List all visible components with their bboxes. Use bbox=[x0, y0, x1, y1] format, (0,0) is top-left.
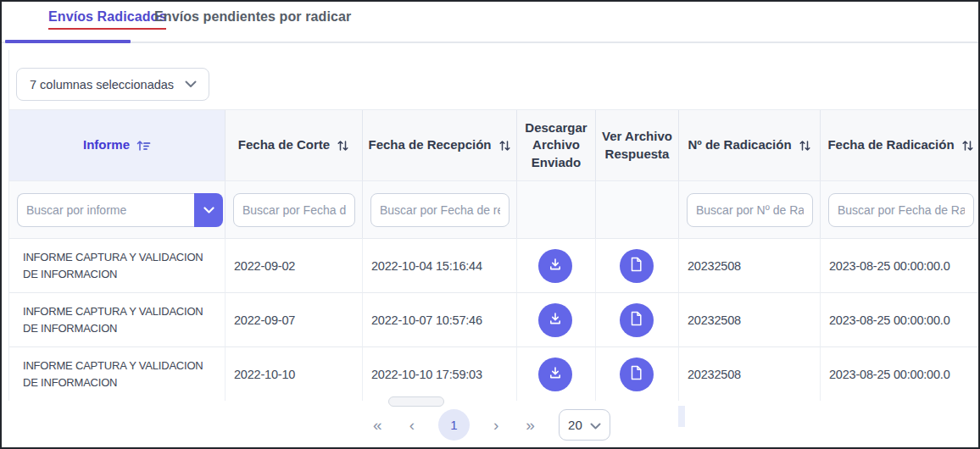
envios-table: Informe Fecha de Corte Fecha de Recepció… bbox=[8, 109, 980, 401]
filter-cell-num-radicacion bbox=[679, 180, 821, 238]
columns-selector-label: 7 columnas seleccionadas bbox=[30, 78, 174, 91]
table-filter-row bbox=[9, 180, 980, 238]
table-row: INFORME CAPTURA Y VALIDACION DE INFORMAC… bbox=[9, 346, 980, 401]
column-header-ver-archivo: Ver Archivo Respuesta bbox=[596, 110, 679, 180]
cell-num-radicacion: 20232508 bbox=[679, 346, 821, 401]
horizontal-scrollbar-thumb[interactable] bbox=[388, 396, 444, 407]
chevron-down-icon bbox=[203, 203, 214, 216]
sort-icon bbox=[337, 140, 349, 152]
cell-fecha-radicacion: 2023-08-25 00:00:00.0 bbox=[821, 238, 980, 292]
sort-icon bbox=[961, 140, 974, 152]
chevron-down-icon bbox=[185, 80, 197, 88]
previous-page-button[interactable]: ‹ bbox=[406, 415, 418, 435]
cell-ver bbox=[596, 238, 679, 292]
tab-envios-radicados[interactable]: Envíos Radicados bbox=[48, 9, 166, 30]
cell-fecha-corte: 2022-10-10 bbox=[226, 346, 363, 401]
filter-cell-ver bbox=[596, 180, 679, 238]
cell-descargar bbox=[517, 292, 596, 346]
file-icon bbox=[630, 365, 643, 383]
view-response-file-button[interactable] bbox=[620, 249, 654, 283]
filter-cell-descargar bbox=[517, 180, 596, 238]
columns-selector-dropdown[interactable]: 7 columnas seleccionadas bbox=[16, 68, 209, 101]
num-radicacion-filter-input[interactable] bbox=[687, 193, 813, 227]
cell-fecha-recepcion: 2022-10-10 17:59:03 bbox=[363, 346, 517, 401]
table-row: INFORME CAPTURA Y VALIDACION DE INFORMAC… bbox=[9, 238, 980, 292]
column-header-descargar-archivo: Descargar Archivo Enviado bbox=[517, 110, 596, 180]
file-icon bbox=[630, 311, 643, 329]
download-icon bbox=[548, 311, 563, 329]
cell-num-radicacion: 20232508 bbox=[679, 238, 821, 292]
download-sent-file-button[interactable] bbox=[538, 303, 572, 337]
informe-filter-select-button[interactable] bbox=[194, 193, 223, 227]
chevron-down-icon bbox=[590, 418, 601, 432]
fecha-recepcion-filter-input[interactable] bbox=[370, 193, 509, 227]
pagination-bar: « ‹ 1 › » 20 bbox=[2, 409, 978, 441]
fecha-radicacion-filter-input[interactable] bbox=[828, 193, 974, 227]
download-sent-file-button[interactable] bbox=[538, 358, 572, 391]
filter-cell-fecha-corte bbox=[226, 180, 363, 238]
next-page-button[interactable]: › bbox=[490, 415, 502, 435]
view-response-file-button[interactable] bbox=[620, 358, 654, 391]
informe-filter-input[interactable] bbox=[17, 193, 194, 227]
fecha-corte-filter-input[interactable] bbox=[233, 193, 355, 227]
file-icon bbox=[630, 257, 643, 274]
tab-envios-pendientes[interactable]: Envíos pendientes por radicar bbox=[154, 9, 351, 25]
page-size-select[interactable]: 20 bbox=[559, 409, 610, 441]
download-icon bbox=[548, 257, 563, 274]
filter-cell-informe bbox=[9, 180, 226, 238]
sort-icon bbox=[498, 140, 511, 152]
column-header-num-radicacion[interactable]: Nº de Radicación bbox=[679, 110, 821, 180]
last-page-button[interactable]: » bbox=[522, 415, 538, 435]
cell-descargar bbox=[517, 238, 596, 292]
column-header-informe[interactable]: Informe bbox=[9, 110, 226, 180]
cell-fecha-radicacion: 2023-08-25 00:00:00.0 bbox=[821, 346, 980, 401]
sort-asc-icon bbox=[136, 139, 151, 152]
tabbar-divider bbox=[2, 42, 978, 43]
filter-cell-fecha-recepcion bbox=[363, 180, 517, 238]
first-page-button[interactable]: « bbox=[370, 415, 386, 435]
column-header-fecha-recepcion[interactable]: Fecha de Recepción bbox=[363, 110, 517, 180]
table-header-row: Informe Fecha de Corte Fecha de Recepció… bbox=[9, 110, 980, 180]
tab-envios-pendientes-label: Envíos pendientes por radicar bbox=[154, 9, 351, 24]
app-window: Envíos Radicados Envíos pendientes por r… bbox=[0, 0, 980, 449]
cell-fecha-recepcion: 2022-10-04 15:16:44 bbox=[363, 238, 517, 292]
filter-cell-fecha-radicacion bbox=[821, 180, 980, 238]
column-header-fecha-radicacion[interactable]: Fecha de Radicación bbox=[821, 110, 980, 180]
cell-fecha-recepcion: 2022-10-07 10:57:46 bbox=[363, 292, 517, 346]
view-response-file-button[interactable] bbox=[620, 303, 654, 337]
download-sent-file-button[interactable] bbox=[538, 249, 572, 283]
table-row: INFORME CAPTURA Y VALIDACION DE INFORMAC… bbox=[9, 292, 980, 346]
cell-fecha-corte: 2022-09-07 bbox=[226, 292, 363, 346]
cell-fecha-corte: 2022-09-02 bbox=[226, 238, 363, 292]
cell-informe: INFORME CAPTURA Y VALIDACION DE INFORMAC… bbox=[9, 238, 226, 292]
cell-ver bbox=[596, 292, 679, 346]
active-tab-indicator bbox=[5, 40, 131, 43]
tab-envios-radicados-label: Envíos Radicados bbox=[48, 9, 166, 30]
column-header-fecha-corte[interactable]: Fecha de Corte bbox=[226, 110, 363, 180]
current-page-button[interactable]: 1 bbox=[438, 409, 470, 441]
tab-bar: Envíos Radicados Envíos pendientes por r… bbox=[2, 2, 978, 44]
sort-icon bbox=[799, 140, 811, 152]
cell-informe: INFORME CAPTURA Y VALIDACION DE INFORMAC… bbox=[9, 346, 226, 401]
cell-informe: INFORME CAPTURA Y VALIDACION DE INFORMAC… bbox=[9, 292, 226, 346]
download-icon bbox=[548, 365, 563, 383]
cell-fecha-radicacion: 2023-08-25 00:00:00.0 bbox=[821, 292, 980, 346]
cell-ver bbox=[596, 346, 679, 401]
cell-num-radicacion: 20232508 bbox=[679, 292, 821, 346]
page-size-value: 20 bbox=[568, 418, 582, 432]
cell-descargar bbox=[517, 346, 596, 401]
